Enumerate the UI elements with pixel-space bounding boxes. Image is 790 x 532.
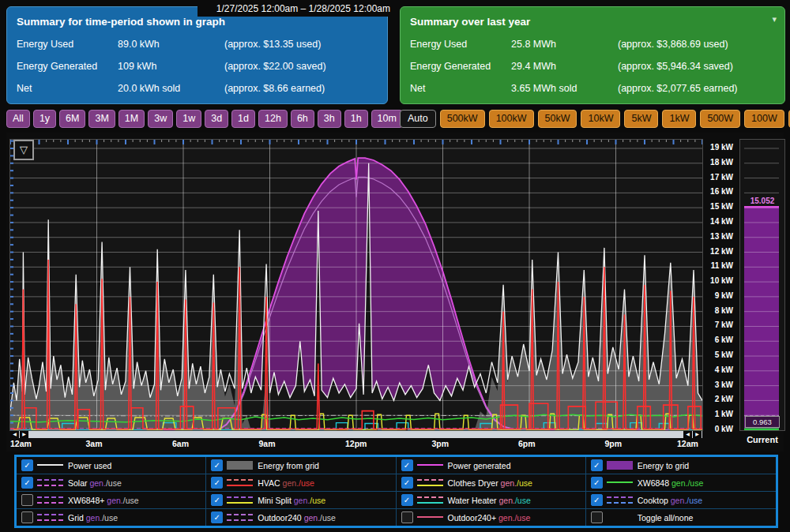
- legend-checkbox[interactable]: ✓: [401, 477, 413, 489]
- summary-approx: (approx. $3,868.69 used): [618, 39, 777, 53]
- scrollbar-arrow-left[interactable]: ◀: [683, 431, 692, 438]
- period-summary-title: Summary for time-period shown in graph: [17, 16, 225, 28]
- scale-button-5kw[interactable]: 5kW: [624, 110, 658, 128]
- legend-label[interactable]: Power generated: [448, 461, 511, 470]
- legend-checkbox[interactable]: [21, 494, 33, 506]
- legend-item-xw6848: ✓XW6848 gen./use: [586, 474, 776, 492]
- legend-checkbox[interactable]: [401, 511, 413, 523]
- legend-checkbox[interactable]: ✓: [401, 459, 413, 471]
- time-range-button-3h[interactable]: 3h: [318, 110, 341, 128]
- graph-scrollbar[interactable]: ◀▶◀▶: [10, 431, 702, 438]
- legend-swatch-icon: [227, 512, 253, 523]
- legend-label[interactable]: Clothes Dryer gen./use: [448, 478, 532, 488]
- time-range-button-6h[interactable]: 6h: [291, 110, 314, 128]
- legend-label[interactable]: Cooktop gen./use: [638, 496, 702, 505]
- y-axis-label: 6 kW: [706, 335, 733, 344]
- scale-button-500kw[interactable]: 500kW: [440, 110, 485, 128]
- legend-label[interactable]: Grid gen./use: [68, 513, 118, 523]
- legend-label[interactable]: XW6848+ gen./use: [68, 496, 139, 505]
- legend-swatch-icon: [607, 495, 633, 505]
- legend-checkbox[interactable]: ✓: [21, 459, 33, 471]
- time-range-button-1h[interactable]: 1h: [344, 110, 368, 128]
- time-range-button-3w[interactable]: 3w: [148, 110, 173, 128]
- scale-button-100w[interactable]: 100W: [744, 110, 784, 128]
- time-range-button-all[interactable]: All: [6, 110, 30, 128]
- summary-row: Net3.65 MWh sold(approx. $2,077.65 earne…: [410, 83, 777, 97]
- legend-checkbox[interactable]: ✓: [211, 494, 223, 506]
- y-axis-label: 0 kW: [706, 425, 733, 433]
- summary-row: Energy Generated29.4 MWh(approx. $5,946.…: [410, 61, 777, 75]
- collapse-chevron-icon[interactable]: ▾: [772, 14, 777, 24]
- time-range-button-12h[interactable]: 12h: [258, 110, 288, 128]
- time-range-button-3d[interactable]: 3d: [205, 110, 228, 128]
- scale-button-row: Auto500kW100kW50kW10kW5kW1kW500W100W50W: [400, 110, 790, 128]
- legend-checkbox[interactable]: ✓: [591, 477, 603, 489]
- legend-label[interactable]: Outdoor240+ gen./use: [448, 513, 531, 523]
- period-summary-panel: Summary for time-period shown in graph E…: [6, 6, 388, 104]
- legend-checkbox[interactable]: ✓: [591, 459, 603, 471]
- legend-item-xw6848-: XW6848+ gen./use: [17, 492, 206, 509]
- summary-row: Net20.0 kWh sold(approx. $8.66 earned): [17, 83, 379, 97]
- scrollbar-arrow-right[interactable]: ▶: [693, 431, 702, 438]
- scale-button-50kw[interactable]: 50kW: [538, 110, 577, 128]
- y-axis-label: 12 kW: [706, 247, 733, 256]
- scale-button-100kw[interactable]: 100kW: [489, 110, 534, 128]
- legend-panel: ✓Power used✓Energy from grid✓Power gener…: [14, 455, 778, 528]
- energy-dashboard: Summary for time-period shown in graph E…: [0, 0, 790, 532]
- x-axis-label: 3pm: [432, 439, 450, 448]
- legend-label[interactable]: HVAC gen./use: [258, 478, 314, 488]
- legend-label[interactable]: Mini Split gen./use: [258, 496, 325, 505]
- legend-item-mini-split: ✓Mini Split gen./use: [206, 492, 396, 509]
- time-range-button-1m[interactable]: 1M: [118, 110, 145, 128]
- time-range-button-6m[interactable]: 6M: [59, 110, 85, 128]
- current-caption: Current: [739, 435, 785, 444]
- legend-checkbox[interactable]: ✓: [591, 494, 603, 506]
- scale-button-10kw[interactable]: 10kW: [581, 110, 620, 128]
- legend-label[interactable]: Water Heater gen./use: [448, 496, 531, 505]
- y-axis-label: 19 kW: [706, 143, 733, 152]
- scale-button-auto[interactable]: Auto: [400, 110, 436, 128]
- legend-label[interactable]: Energy from grid: [258, 461, 319, 470]
- time-range-button-1w[interactable]: 1w: [176, 110, 201, 128]
- legend-checkbox[interactable]: ✓: [211, 459, 223, 471]
- time-range-button-3m[interactable]: 3M: [88, 110, 115, 128]
- legend-label[interactable]: Power used: [68, 461, 111, 470]
- legend-swatch-icon: [227, 478, 253, 488]
- legend-item-clothes-dryer: ✓Clothes Dryer gen./use: [397, 474, 586, 492]
- legend-checkbox[interactable]: ✓: [21, 477, 33, 489]
- time-range-button-10m[interactable]: 10m: [371, 110, 403, 128]
- legend-item-grid: Grid gen./use: [17, 509, 206, 526]
- legend-label[interactable]: Solar gen./use: [68, 478, 122, 488]
- time-range-button-1d[interactable]: 1d: [231, 110, 255, 128]
- time-range-button-1y[interactable]: 1y: [33, 110, 56, 128]
- scrollbar-arrow-left[interactable]: ◀: [10, 431, 19, 438]
- legend-label[interactable]: Outdoor240 gen./use: [258, 513, 336, 523]
- legend-swatch-icon: [37, 512, 63, 523]
- year-summary-panel: Summary over last year ▾ Energy Used25.8…: [400, 6, 785, 104]
- legend-item-outdoor240: ✓Outdoor240 gen./use: [206, 509, 396, 526]
- summary-val: 89.0 kWh: [118, 39, 224, 53]
- x-axis-label: 12am: [677, 439, 698, 448]
- legend-label[interactable]: XW6848 gen./use: [638, 478, 704, 488]
- y-axis-label: 4 kW: [706, 365, 733, 374]
- legend-checkbox[interactable]: ✓: [401, 494, 413, 506]
- legend-checkbox[interactable]: ✓: [211, 511, 223, 523]
- legend-checkbox[interactable]: ✓: [211, 477, 223, 489]
- scale-button-1kw[interactable]: 1kW: [662, 110, 696, 128]
- legend-checkbox[interactable]: [591, 511, 603, 523]
- current-power-panel: 15.052 0.963: [739, 139, 785, 431]
- legend-label[interactable]: Energy to grid: [638, 461, 689, 470]
- legend-label[interactable]: Toggle all/none: [638, 513, 694, 523]
- summary-val: 25.8 MWh: [511, 39, 618, 53]
- x-axis-label: 12pm: [345, 439, 367, 448]
- scrollbar-arrow-right[interactable]: ▶: [20, 431, 28, 438]
- legend-checkbox[interactable]: [21, 511, 33, 523]
- legend-swatch-icon: [417, 460, 443, 470]
- summary-approx: (approx. $8.66 earned): [224, 83, 379, 97]
- scale-button-500w[interactable]: 500W: [700, 110, 740, 128]
- graph-collapse-button[interactable]: ▽: [13, 140, 34, 160]
- legend-swatch-icon: [227, 495, 253, 505]
- summary-row: Energy Used25.8 MWh(approx. $3,868.69 us…: [410, 39, 777, 53]
- power-graph[interactable]: [9, 139, 703, 431]
- legend-item-cooktop: ✓Cooktop gen./use: [586, 492, 776, 509]
